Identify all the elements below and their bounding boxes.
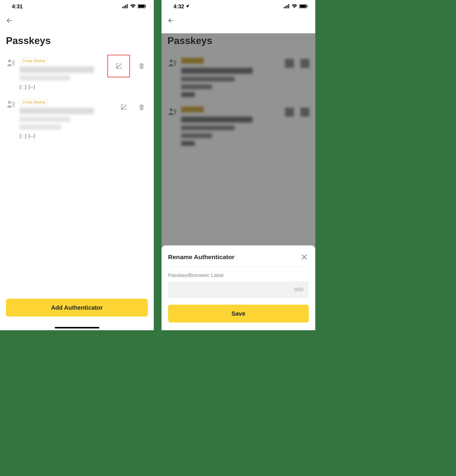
svg-rect-0 — [122, 7, 123, 8]
nav-bar — [162, 13, 315, 27]
redacted-text — [20, 75, 70, 81]
sheet-title: Rename Authenticator — [168, 253, 234, 261]
char-counter: 0/50 — [294, 287, 303, 292]
passkey-item: Cross Device [⸬] [–] — [6, 54, 148, 95]
user-key-icon — [6, 58, 16, 67]
svg-rect-3 — [127, 4, 128, 8]
cellular-signal-icon — [122, 4, 128, 10]
svg-rect-21 — [287, 5, 288, 8]
redacted-text — [20, 66, 94, 73]
capability-icons: [⸬] [–] — [20, 84, 104, 90]
cellular-signal-icon — [284, 4, 290, 10]
back-button[interactable] — [166, 16, 175, 25]
svg-rect-22 — [288, 4, 289, 8]
passkey-item: Cross Device [⸬] [–] — [6, 95, 148, 144]
edit-button[interactable] — [107, 55, 130, 77]
battery-icon — [138, 4, 146, 10]
svg-rect-18 — [142, 107, 142, 109]
cross-device-badge: Cross Device — [20, 58, 48, 64]
capability-icons: [⸬] [–] — [20, 133, 114, 139]
bottom-bar: Add Authenticator — [0, 299, 154, 330]
svg-rect-20 — [285, 6, 286, 8]
svg-rect-2 — [125, 5, 126, 8]
home-indicator[interactable] — [55, 327, 99, 328]
status-indicators — [284, 4, 308, 10]
svg-rect-19 — [284, 7, 285, 8]
rename-sheet: Rename Authenticator Passkey/Biometric L… — [162, 245, 315, 330]
cross-device-badge: Cross Device — [20, 99, 48, 105]
page-content: Passkeys Cross Device [⸬] [–] — [0, 35, 154, 144]
label-input[interactable] — [173, 287, 294, 293]
redacted-text — [20, 124, 61, 130]
page-title: Passkeys — [6, 35, 148, 46]
trash-icon — [138, 104, 145, 111]
edit-icon — [120, 104, 127, 111]
edit-button[interactable] — [117, 101, 130, 113]
field-label: Passkey/Biometric Label — [168, 273, 309, 278]
svg-point-7 — [8, 60, 11, 62]
close-button[interactable] — [300, 253, 309, 262]
svg-rect-5 — [138, 5, 144, 8]
svg-rect-24 — [300, 5, 306, 8]
status-bar: 4:31 — [0, 0, 154, 13]
trash-icon — [138, 62, 145, 69]
wifi-icon — [292, 4, 297, 10]
svg-rect-25 — [307, 5, 308, 7]
edit-icon — [115, 62, 122, 70]
svg-point-14 — [12, 102, 15, 104]
svg-point-8 — [12, 61, 15, 63]
battery-icon — [299, 4, 308, 10]
status-bar: 4:32 — [162, 0, 315, 13]
save-button[interactable]: Save — [168, 305, 309, 322]
screen-rename-sheet: 4:32 Passkeys — [162, 0, 315, 330]
close-icon — [301, 254, 308, 260]
back-arrow-icon — [5, 17, 13, 24]
svg-point-13 — [8, 101, 11, 104]
wifi-icon — [130, 4, 136, 10]
add-authenticator-button[interactable]: Add Authenticator — [6, 299, 148, 317]
screen-passkeys-list: 4:31 Passkeys Cross Device — [0, 0, 154, 330]
svg-rect-6 — [145, 5, 146, 7]
delete-button[interactable] — [135, 101, 148, 113]
redacted-text — [20, 117, 70, 122]
status-indicators — [122, 4, 146, 10]
back-arrow-icon — [167, 17, 175, 24]
svg-rect-17 — [141, 107, 141, 109]
svg-rect-11 — [141, 65, 141, 68]
svg-rect-1 — [124, 6, 125, 8]
status-time: 4:32 — [173, 4, 184, 10]
user-key-icon — [6, 99, 16, 109]
nav-bar — [0, 13, 154, 27]
back-button[interactable] — [5, 16, 14, 25]
redacted-text — [20, 108, 94, 114]
svg-rect-12 — [142, 65, 142, 68]
delete-button[interactable] — [135, 60, 148, 72]
status-time: 4:31 — [12, 4, 23, 10]
label-input-wrapper[interactable]: 0/50 — [168, 281, 309, 298]
location-arrow-icon — [185, 4, 189, 10]
